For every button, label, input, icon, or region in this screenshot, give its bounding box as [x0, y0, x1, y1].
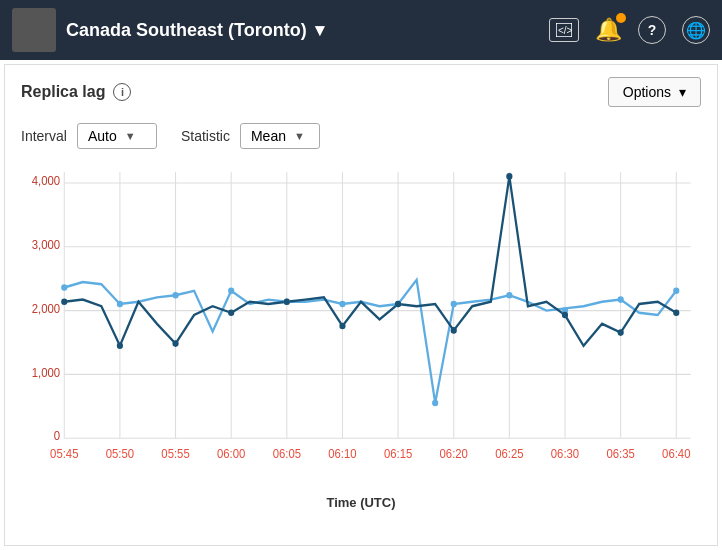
- svg-point-42: [339, 323, 345, 330]
- globe-icon[interactable]: 🌐: [682, 16, 710, 44]
- svg-point-25: [117, 301, 123, 308]
- svg-point-32: [451, 301, 457, 308]
- svg-text:05:45: 05:45: [50, 447, 79, 460]
- x-axis-title: Time (UTC): [21, 495, 701, 510]
- svg-point-40: [228, 310, 234, 317]
- panel-title-group: Replica lag i: [21, 83, 131, 101]
- svg-text:06:30: 06:30: [551, 447, 580, 460]
- controls-row: Interval Auto ▼ Statistic Mean ▼: [21, 123, 701, 149]
- svg-point-37: [61, 299, 67, 306]
- interval-label: Interval: [21, 128, 67, 144]
- svg-text:4,000: 4,000: [32, 174, 61, 187]
- svg-point-45: [506, 173, 512, 180]
- svg-text:</>: </>: [558, 25, 572, 36]
- svg-text:2,000: 2,000: [32, 301, 61, 314]
- console-icon[interactable]: </>: [549, 18, 579, 42]
- svg-point-24: [61, 284, 67, 291]
- dark-blue-line: [64, 176, 676, 345]
- svg-text:06:40: 06:40: [662, 447, 691, 460]
- region-title: Canada Southeast (Toronto) ▾: [66, 19, 539, 41]
- svg-text:06:05: 06:05: [273, 447, 302, 460]
- svg-text:06:00: 06:00: [217, 447, 246, 460]
- svg-point-48: [673, 310, 679, 317]
- statistic-control: Statistic Mean ▼: [181, 123, 320, 149]
- panel-title: Replica lag: [21, 83, 105, 101]
- chart-area: 4,000 3,000 2,000 1,000 0: [21, 161, 701, 491]
- info-icon[interactable]: i: [113, 83, 131, 101]
- svg-text:06:20: 06:20: [440, 447, 469, 460]
- svg-point-47: [618, 329, 624, 336]
- interval-control: Interval Auto ▼: [21, 123, 157, 149]
- svg-text:1,000: 1,000: [32, 365, 61, 378]
- svg-point-36: [673, 288, 679, 295]
- svg-text:05:50: 05:50: [106, 447, 135, 460]
- light-blue-line: [64, 280, 676, 403]
- statistic-label: Statistic: [181, 128, 230, 144]
- svg-text:06:35: 06:35: [606, 447, 635, 460]
- svg-point-26: [172, 292, 178, 299]
- svg-point-31: [432, 400, 438, 407]
- svg-point-29: [339, 301, 345, 308]
- interval-chevron-icon: ▼: [125, 130, 136, 142]
- interval-value: Auto: [88, 128, 117, 144]
- svg-point-27: [228, 288, 234, 295]
- statistic-value: Mean: [251, 128, 286, 144]
- svg-text:06:15: 06:15: [384, 447, 413, 460]
- options-chevron-icon: ▾: [679, 84, 686, 100]
- svg-point-39: [172, 340, 178, 347]
- options-label: Options: [623, 84, 671, 100]
- interval-select[interactable]: Auto ▼: [77, 123, 157, 149]
- svg-text:0: 0: [54, 429, 61, 442]
- svg-point-43: [395, 301, 401, 308]
- bell-icon[interactable]: 🔔: [595, 17, 622, 43]
- question-icon[interactable]: ?: [638, 16, 666, 44]
- notification-badge: [616, 13, 626, 23]
- main-panel: Replica lag i Options ▾ Interval Auto ▼ …: [4, 64, 718, 546]
- chart-svg: 4,000 3,000 2,000 1,000 0: [21, 161, 701, 491]
- region-chevron-icon[interactable]: ▾: [315, 19, 324, 41]
- statistic-select[interactable]: Mean ▼: [240, 123, 320, 149]
- svg-point-35: [618, 296, 624, 303]
- svg-text:06:10: 06:10: [328, 447, 357, 460]
- svg-point-38: [117, 343, 123, 350]
- svg-point-44: [451, 327, 457, 334]
- statistic-chevron-icon: ▼: [294, 130, 305, 142]
- header: Canada Southeast (Toronto) ▾ </> 🔔 ? 🌐: [0, 0, 722, 60]
- svg-point-46: [562, 312, 568, 319]
- svg-text:06:25: 06:25: [495, 447, 524, 460]
- top-bar: Replica lag i Options ▾: [21, 77, 701, 107]
- svg-point-41: [284, 299, 290, 306]
- header-icons: </> 🔔 ? 🌐: [549, 16, 710, 44]
- aws-logo: [12, 8, 56, 52]
- options-button[interactable]: Options ▾: [608, 77, 701, 107]
- svg-point-33: [506, 292, 512, 299]
- svg-text:3,000: 3,000: [32, 238, 61, 251]
- region-name: Canada Southeast (Toronto): [66, 20, 307, 41]
- svg-text:05:55: 05:55: [161, 447, 190, 460]
